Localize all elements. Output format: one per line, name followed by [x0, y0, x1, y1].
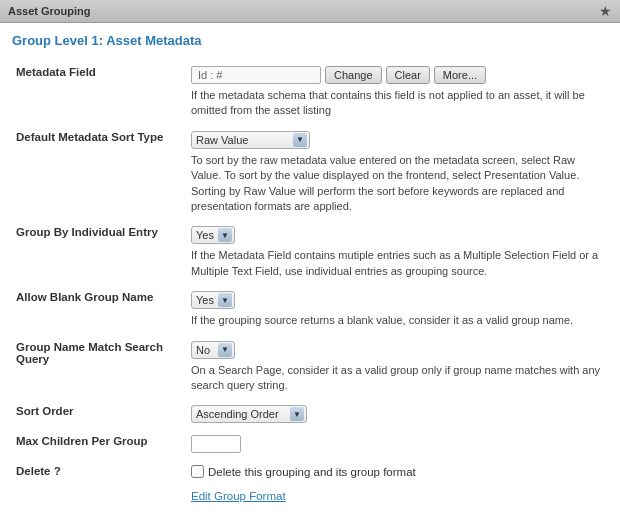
group-by-individual-arrow-icon: ▼	[218, 228, 232, 242]
max-children-label: Max Children Per Group	[12, 429, 187, 459]
sort-type-help: To sort by the raw metadata value entere…	[191, 153, 604, 215]
metadata-field-help: If the metadata schema that contains thi…	[191, 88, 604, 119]
sort-type-label: Default Metadata Sort Type	[12, 125, 187, 221]
allow-blank-help: If the grouping source returns a blank v…	[191, 313, 604, 328]
edit-group-format-spacer	[12, 484, 187, 508]
group-name-match-help: On a Search Page, consider it as a valid…	[191, 363, 604, 394]
allow-blank-arrow-icon: ▼	[218, 293, 232, 307]
metadata-field-row: Metadata Field Change Clear More... If t…	[12, 60, 608, 125]
group-by-individual-select-wrapper[interactable]: Yes No ▼	[191, 226, 235, 244]
sort-order-row: Sort Order Ascending Order Descending Or…	[12, 399, 608, 429]
group-by-individual-help: If the Metadata Field contains mutiple e…	[191, 248, 604, 279]
group-level-heading: Group Level 1: Asset Metadata	[12, 33, 608, 48]
main-content: Group Level 1: Asset Metadata Metadata F…	[0, 23, 620, 518]
group-by-individual-value: Yes No ▼ If the Metadata Field contains …	[187, 220, 608, 285]
delete-label: Delete ?	[12, 459, 187, 484]
metadata-field-value: Change Clear More... If the metadata sch…	[187, 60, 608, 125]
delete-checkbox-row: Delete this grouping and its group forma…	[191, 465, 604, 478]
edit-group-format-link[interactable]: Edit Group Format	[191, 490, 286, 502]
group-name-match-label: Group Name Match Search Query	[12, 335, 187, 400]
group-by-individual-label: Group By Individual Entry	[12, 220, 187, 285]
sort-type-select[interactable]: Raw Value Presentation Value	[194, 133, 291, 147]
sort-type-arrow-icon: ▼	[293, 133, 307, 147]
metadata-field-input[interactable]	[191, 66, 321, 84]
allow-blank-row: Allow Blank Group Name Yes No ▼ If the g…	[12, 285, 608, 334]
title-bar: Asset Grouping ★	[0, 0, 620, 23]
more-button[interactable]: More...	[434, 66, 486, 84]
allow-blank-select-wrapper[interactable]: Yes No ▼	[191, 291, 235, 309]
allow-blank-label: Allow Blank Group Name	[12, 285, 187, 334]
max-children-input[interactable]	[191, 435, 241, 453]
group-name-match-select-wrapper[interactable]: No Yes ▼	[191, 341, 235, 359]
max-children-value	[187, 429, 608, 459]
sort-type-row: Default Metadata Sort Type Raw Value Pre…	[12, 125, 608, 221]
sort-order-select[interactable]: Ascending Order Descending Order	[194, 407, 288, 421]
group-name-match-arrow-icon: ▼	[218, 343, 232, 357]
metadata-field-label: Metadata Field	[12, 60, 187, 125]
delete-checkbox[interactable]	[191, 465, 204, 478]
clear-button[interactable]: Clear	[386, 66, 430, 84]
delete-checkbox-label: Delete this grouping and its group forma…	[208, 466, 416, 478]
delete-value: Delete this grouping and its group forma…	[187, 459, 608, 484]
sort-type-value: Raw Value Presentation Value ▼ To sort b…	[187, 125, 608, 221]
max-children-row: Max Children Per Group	[12, 429, 608, 459]
star-icon[interactable]: ★	[599, 3, 612, 19]
edit-group-format-row: Edit Group Format	[12, 484, 608, 508]
group-name-match-select[interactable]: No Yes	[194, 343, 216, 357]
sort-order-value: Ascending Order Descending Order ▼	[187, 399, 608, 429]
edit-group-format-value: Edit Group Format	[187, 484, 608, 508]
group-by-individual-select[interactable]: Yes No	[194, 228, 216, 242]
form-table: Metadata Field Change Clear More... If t…	[12, 60, 608, 508]
group-name-match-row: Group Name Match Search Query No Yes ▼ O…	[12, 335, 608, 400]
sort-order-label: Sort Order	[12, 399, 187, 429]
allow-blank-select[interactable]: Yes No	[194, 293, 216, 307]
change-button[interactable]: Change	[325, 66, 382, 84]
sort-type-select-wrapper[interactable]: Raw Value Presentation Value ▼	[191, 131, 310, 149]
sort-order-arrow-icon: ▼	[290, 407, 304, 421]
metadata-field-controls: Change Clear More...	[191, 66, 604, 84]
group-by-individual-row: Group By Individual Entry Yes No ▼ If th…	[12, 220, 608, 285]
delete-row: Delete ? Delete this grouping and its gr…	[12, 459, 608, 484]
group-name-match-value: No Yes ▼ On a Search Page, consider it a…	[187, 335, 608, 400]
sort-order-select-wrapper[interactable]: Ascending Order Descending Order ▼	[191, 405, 307, 423]
title-bar-text: Asset Grouping	[8, 5, 91, 17]
allow-blank-value: Yes No ▼ If the grouping source returns …	[187, 285, 608, 334]
